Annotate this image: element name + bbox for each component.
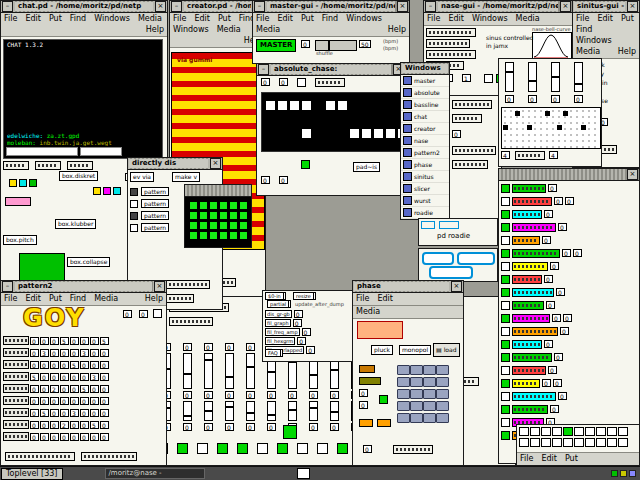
cell[interactable] — [210, 222, 217, 229]
vertical-slider[interactable] — [528, 62, 537, 92]
cell[interactable] — [200, 212, 207, 219]
toggle[interactable] — [501, 223, 510, 232]
cell[interactable] — [230, 202, 237, 209]
cell[interactable] — [527, 111, 532, 116]
message-box-in[interactable]: $0-in — [265, 292, 286, 300]
toggle[interactable] — [379, 395, 388, 404]
chat-input[interactable] — [6, 147, 78, 156]
menu-file[interactable]: File — [4, 14, 17, 24]
menu-media[interactable]: Media — [256, 25, 280, 35]
list-item[interactable]: pattern2 — [401, 147, 449, 159]
close-icon[interactable]: × — [154, 281, 165, 292]
number-box[interactable]: 0 — [563, 314, 572, 322]
number-box[interactable]: 0 — [548, 366, 557, 374]
cyan-outline-box[interactable] — [439, 221, 459, 229]
number-box[interactable]: 0 — [544, 210, 553, 218]
cell[interactable] — [629, 470, 636, 477]
cell[interactable] — [410, 389, 423, 399]
menu-edit[interactable]: Edit — [448, 14, 464, 24]
cell[interactable] — [521, 125, 526, 130]
cell[interactable] — [210, 212, 217, 219]
number-box[interactable]: 0 — [261, 78, 270, 86]
object-box[interactable] — [452, 146, 496, 155]
number-box[interactable]: 0 — [30, 361, 39, 369]
number-box[interactable]: 0 — [267, 423, 276, 431]
number-box[interactable]: 0 — [90, 397, 99, 405]
number-box[interactable]: 4 — [501, 151, 510, 159]
number-box[interactable]: 0 — [544, 340, 553, 348]
number-box[interactable]: 0 — [528, 95, 537, 103]
toggle[interactable] — [501, 340, 510, 349]
number-box[interactable]: 0 — [100, 361, 109, 369]
object-box[interactable] — [169, 317, 213, 326]
cell[interactable] — [410, 401, 423, 411]
vertical-slider[interactable] — [204, 353, 213, 389]
cell[interactable] — [436, 413, 449, 423]
number-box[interactable]: 3 — [90, 373, 99, 381]
number-box[interactable]: 0 — [288, 391, 297, 399]
number-box[interactable]: 0 — [546, 301, 555, 309]
number-box[interactable]: 0 — [330, 423, 339, 431]
cell[interactable] — [539, 111, 544, 116]
number-box[interactable]: 0 — [30, 337, 39, 345]
cell[interactable] — [519, 427, 529, 436]
number-box[interactable]: 2 — [50, 385, 59, 393]
cell[interactable] — [539, 125, 544, 130]
cell[interactable] — [410, 365, 423, 375]
number-box[interactable]: 0 — [30, 397, 39, 405]
checkbox[interactable] — [130, 224, 138, 232]
module-label-box[interactable] — [512, 405, 548, 414]
number-box[interactable]: 0 — [40, 373, 49, 381]
vertical-slider[interactable] — [225, 401, 234, 421]
cell[interactable] — [552, 427, 562, 436]
vertical-slider[interactable] — [183, 401, 192, 421]
number-box[interactable]: 0 — [50, 397, 59, 405]
close-icon[interactable]: × — [397, 1, 408, 12]
number-box[interactable]: 0 — [183, 391, 192, 399]
cell[interactable] — [277, 443, 288, 454]
cell[interactable] — [533, 111, 538, 116]
toggle[interactable] — [501, 431, 510, 440]
title-bar[interactable]: – absolute_chase: × — [257, 64, 405, 76]
cell[interactable] — [362, 101, 371, 110]
menu-media[interactable]: Media — [217, 25, 241, 35]
cell[interactable] — [521, 111, 526, 116]
object-box[interactable] — [3, 161, 29, 170]
menu-file[interactable]: File — [427, 14, 440, 24]
cell[interactable] — [509, 125, 514, 130]
number-box[interactable]: 0 — [90, 337, 99, 345]
menu-media[interactable]: Media — [576, 47, 600, 57]
cell[interactable] — [210, 232, 217, 239]
cell[interactable] — [527, 125, 532, 130]
cell[interactable] — [190, 202, 197, 209]
object-box[interactable] — [426, 50, 476, 59]
cell[interactable] — [397, 365, 410, 375]
row-label-box[interactable] — [3, 336, 29, 345]
number-box[interactable]: 0 — [90, 385, 99, 393]
number-box[interactable]: 0 — [90, 349, 99, 357]
number-box[interactable]: 0 — [554, 197, 563, 205]
cell[interactable] — [397, 389, 410, 399]
cell[interactable] — [515, 111, 520, 116]
number-box[interactable]: 0 — [70, 373, 79, 381]
object-box[interactable] — [393, 445, 433, 454]
number-box[interactable]: 0 — [50, 361, 59, 369]
module-label-box[interactable] — [512, 262, 548, 271]
cell[interactable] — [220, 222, 227, 229]
cell[interactable] — [515, 125, 520, 130]
window-menu-icon[interactable]: – — [254, 1, 265, 12]
module-label-box[interactable] — [512, 340, 542, 349]
object-box[interactable]: fil_freq_amp — [265, 328, 300, 336]
number-box[interactable]: 0 — [574, 95, 583, 103]
number-box[interactable]: 0 — [60, 409, 69, 417]
number-box[interactable]: 0 — [553, 379, 562, 387]
menu-edit[interactable]: Edit — [277, 14, 293, 24]
vertical-slider[interactable] — [225, 353, 234, 389]
olive-box[interactable] — [359, 377, 381, 385]
module-label-box[interactable] — [512, 392, 556, 401]
row-label-box[interactable] — [3, 372, 29, 381]
window-menu-icon[interactable]: – — [171, 1, 182, 12]
cell[interactable] — [302, 129, 311, 138]
menu-help[interactable]: Help — [618, 47, 636, 57]
message-box-partial[interactable]: partial — [267, 300, 291, 308]
